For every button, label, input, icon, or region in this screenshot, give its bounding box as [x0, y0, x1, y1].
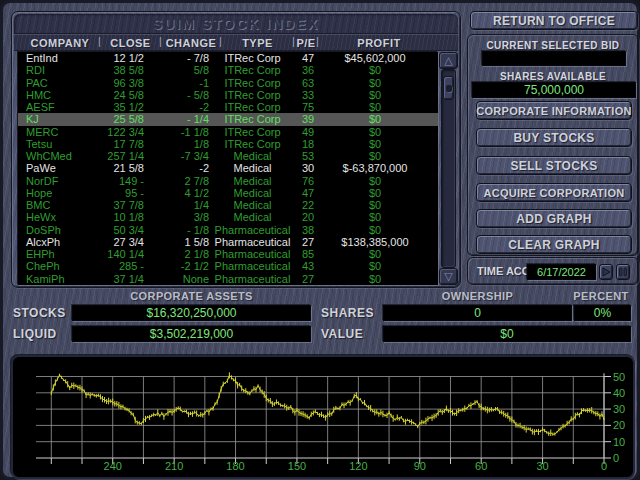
svg-text:30: 30 — [536, 460, 548, 472]
cell-profit: $0 — [320, 64, 430, 76]
cell-type: Pharmaceutical — [209, 224, 296, 236]
cell-close: 12 1/2 — [104, 52, 144, 64]
stock-rows: EntInd12 1/2- 7/8ITRec Corp47$45,602,000… — [18, 52, 438, 285]
time-play-button[interactable] — [599, 264, 613, 280]
cell-profit: $0 — [320, 187, 430, 199]
sell-stocks-button[interactable]: SELL STOCKS — [476, 156, 632, 175]
cell-company: MERC — [26, 126, 104, 138]
scroll-up-button[interactable]: △ — [439, 52, 458, 69]
table-row[interactable]: RDI38 5/85/8ITRec Corp36$0 — [18, 64, 438, 76]
cell-company: EHPh — [26, 248, 104, 260]
return-to-office-button[interactable]: RETURN TO OFFICE — [470, 11, 638, 30]
cell-close: 95 - — [104, 187, 144, 199]
table-row[interactable]: KamiPh37 1/4NonePharmaceutical27$0 — [18, 273, 438, 285]
table-row[interactable]: AlcxPh27 3/41 5/8Pharmaceutical27$138,38… — [18, 236, 438, 248]
cell-profit: $0 — [320, 199, 430, 211]
table-row[interactable]: NorDF149 -2 7/8Medical76$0 — [18, 175, 438, 187]
svg-text:10: 10 — [613, 436, 625, 448]
svg-text:240: 240 — [104, 460, 122, 472]
corporate-assets-header: CORPORATE ASSETS — [72, 290, 311, 302]
svg-text:0: 0 — [613, 452, 619, 464]
cell-pe: 27 — [296, 236, 320, 248]
shares-owned-value: 0 — [383, 305, 572, 321]
cell-type: Pharmaceutical — [209, 236, 296, 248]
svg-text:180: 180 — [226, 460, 244, 472]
cell-type: ITRec Corp — [209, 101, 296, 113]
cell-profit: $0 — [320, 211, 430, 223]
cell-profit: $138,385,000 — [320, 236, 430, 248]
buy-stocks-button[interactable]: BUY STOCKS — [476, 128, 632, 147]
add-graph-button[interactable]: ADD GRAPH — [476, 209, 632, 228]
cell-profit: $0 — [320, 175, 430, 187]
cell-company: PAC — [26, 77, 104, 89]
liquid-value: $3,502,219,000 — [72, 326, 311, 342]
cell-change: -2 1/2 — [144, 260, 209, 272]
table-row[interactable]: HMC24 5/8- 5/8ITRec Corp33$0 — [18, 89, 438, 101]
table-row[interactable]: EntInd12 1/2- 7/8ITRec Corp47$45,602,000 — [18, 52, 438, 64]
cell-company: Hope — [26, 187, 104, 199]
svg-text:60: 60 — [475, 460, 487, 472]
table-row[interactable]: HeWx10 1/83/8Medical20$0 — [18, 211, 438, 223]
panel-title: SUIM STOCK INDEX — [153, 16, 319, 32]
table-row[interactable]: AESF35 1/2-2ITRec Corp75$0 — [18, 101, 438, 113]
cell-close: 35 1/2 — [104, 101, 144, 113]
table-scrollbar[interactable]: △ ▽ — [439, 52, 458, 285]
cell-pe: 36 — [296, 64, 320, 76]
cell-profit: $0 — [320, 101, 430, 113]
cell-profit: $0 — [320, 138, 430, 150]
clear-graph-button[interactable]: CLEAR GRAPH — [476, 235, 632, 254]
cell-profit: $0 — [320, 260, 430, 272]
cell-type: ITRec Corp — [209, 77, 296, 89]
cell-profit: $45,602,000 — [320, 52, 430, 64]
table-row[interactable]: BMC37 7/81/4Medical22$0 — [18, 199, 438, 211]
current-bid-input[interactable] — [482, 51, 626, 66]
scrollbar-track[interactable] — [441, 69, 456, 268]
table-row[interactable]: Hope95 -4 1/2Medical47$0 — [18, 187, 438, 199]
cell-pe: 27 — [296, 273, 320, 285]
control-panel: RETURN TO OFFICE CURRENT SELECTED BID SH… — [465, 3, 640, 293]
cell-profit: $0 — [320, 224, 430, 236]
stock-index-panel: SUIM STOCK INDEX COMPANY | CLOSE | CHANG… — [11, 11, 461, 288]
corporate-information-button[interactable]: CORPORATE INFORMATION — [476, 101, 632, 120]
table-row[interactable]: MERC122 3/4-1 1/8ITRec Corp49$0 — [18, 126, 438, 138]
col-header-pe: P/E — [294, 34, 318, 51]
cell-company: HeWx — [26, 211, 104, 223]
table-row[interactable]: PAC96 3/8-1ITRec Corp63$0 — [18, 77, 438, 89]
time-pause-button[interactable] — [616, 264, 630, 280]
cell-pe: 22 — [296, 199, 320, 211]
liquid-label: LIQUID — [13, 326, 57, 342]
table-row[interactable]: DoSPh50 3/4- 1/8Pharmaceutical38$0 — [18, 224, 438, 236]
col-header-company: COMPANY — [20, 34, 100, 51]
scroll-down-button[interactable]: ▽ — [439, 268, 458, 285]
cell-change: -2 — [144, 101, 209, 113]
table-row[interactable]: Tetsu17 7/81/8ITRec Corp18$0 — [18, 138, 438, 150]
table-row[interactable]: ChePh285 --2 1/2Pharmaceutical43$0 — [18, 260, 438, 272]
cell-pe: 49 — [296, 126, 320, 138]
cell-close: 24 5/8 — [104, 89, 144, 101]
svg-text:30: 30 — [613, 403, 625, 415]
col-header-close: CLOSE — [100, 34, 161, 51]
table-row[interactable]: KJ25 5/8- 1/4ITRec Corp39$0 — [18, 113, 438, 125]
cell-company: BMC — [26, 199, 104, 211]
acquire-corporation-button[interactable]: ACQUIRE CORPORATION — [476, 183, 632, 202]
table-row[interactable]: PaWe21 5/8-2Medical30$-63,870,000 — [18, 162, 438, 174]
table-row[interactable]: WhCMed257 1/4-7 3/4Medical53$0 — [18, 150, 438, 162]
cell-change: - 1/8 — [144, 224, 209, 236]
table-row[interactable]: EHPh140 1/42 1/8Pharmaceutical85$0 — [18, 248, 438, 260]
scrollbar-thumb[interactable] — [443, 76, 454, 100]
cell-type: Medical — [209, 187, 296, 199]
cell-change: 5/8 — [144, 64, 209, 76]
cell-type: Medical — [209, 150, 296, 162]
cell-change: - 1/4 — [144, 113, 209, 125]
trading-groupbox: CURRENT SELECTED BID SHARES AVAILABLE 75… — [467, 34, 639, 256]
price-graph-panel: 010203040502402101801501209060300 — [11, 355, 635, 479]
shares-available-value: 75,000,000 — [472, 82, 636, 98]
panel-title-bar: SUIM STOCK INDEX — [14, 14, 458, 34]
cell-change: 1/8 — [144, 138, 209, 150]
col-header-profit: PROFIT — [318, 34, 440, 51]
cell-profit: $0 — [320, 89, 430, 101]
cell-pe: 39 — [296, 113, 320, 125]
cell-profit: $0 — [320, 150, 430, 162]
cell-change: -2 — [144, 162, 209, 174]
cell-close: 285 - — [104, 260, 144, 272]
